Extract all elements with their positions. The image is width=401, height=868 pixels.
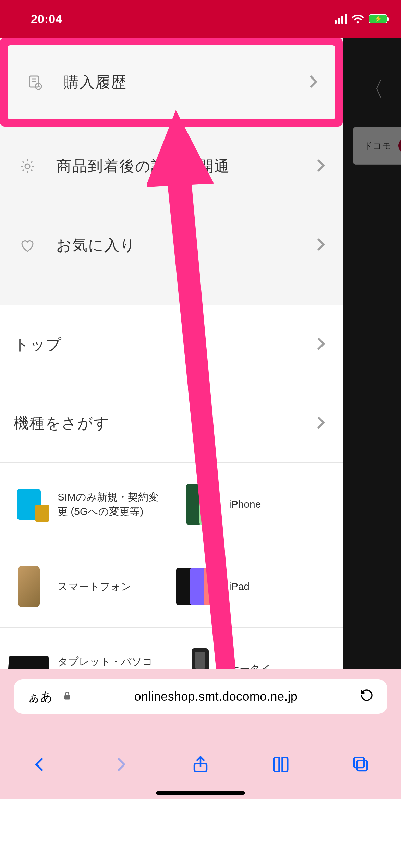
back-chevron-icon: 〈 [363, 75, 384, 103]
chevron-right-icon [313, 157, 329, 175]
reload-button[interactable] [360, 688, 374, 705]
menu-item-setup-after-delivery[interactable]: 商品到着後の設定・開通 [0, 127, 343, 206]
lock-icon [62, 689, 72, 704]
history-icon [21, 69, 49, 96]
category-ipad[interactable]: iPad [171, 545, 343, 627]
category-label: SIMのみ新規・契約変更 (5Gへの変更等) [58, 490, 163, 519]
smartphone-icon [8, 563, 49, 611]
status-bar: 20:04 ⚡ [0, 0, 401, 38]
status-time: 20:04 [31, 12, 62, 26]
chevron-right-icon [313, 336, 329, 353]
menu-item-search-device[interactable]: 機種をさがす [0, 384, 343, 463]
iphone-icon [180, 480, 221, 528]
aa-button[interactable]: ぁあ [27, 688, 53, 705]
chevron-right-icon [313, 236, 329, 254]
svg-rect-10 [354, 758, 364, 768]
menu-item-label: 商品到着後の設定・開通 [56, 156, 230, 177]
category-label: iPad [229, 579, 250, 594]
share-button[interactable] [191, 755, 210, 775]
forward-button[interactable] [111, 755, 130, 775]
bookmarks-button[interactable] [271, 755, 290, 775]
home-indicator[interactable] [156, 791, 245, 795]
svg-point-6 [25, 164, 30, 169]
menu-item-favorites[interactable]: お気に入り [0, 206, 343, 285]
svg-rect-9 [357, 761, 367, 771]
ipad-icon [180, 563, 221, 611]
sim-chip-icon [8, 480, 49, 528]
battery-icon: ⚡ [369, 14, 387, 23]
url-domain: onlineshop.smt.docomo.ne.jp [82, 689, 350, 704]
d-logo-icon: d [398, 138, 401, 154]
url-bar[interactable]: ぁあ onlineshop.smt.docomo.ne.jp [14, 679, 387, 714]
menu-item-label: お気に入り [56, 235, 136, 255]
tabs-button[interactable] [352, 755, 370, 775]
category-smartphone[interactable]: スマートフォン [0, 545, 171, 627]
back-button[interactable] [31, 755, 49, 775]
menu-item-purchase-history[interactable]: 購入履歴 [8, 45, 335, 119]
menu-item-top[interactable]: トップ [0, 305, 343, 384]
heart-icon [14, 231, 41, 259]
highlight-outline: 購入履歴 [0, 38, 343, 127]
chevron-right-icon [313, 414, 329, 432]
chevron-right-icon [305, 73, 321, 91]
menu-item-label: 購入履歴 [64, 72, 127, 93]
svg-rect-7 [64, 695, 70, 700]
docomo-account-card: ドコモ d [353, 127, 401, 165]
category-iphone[interactable]: iPhone [171, 463, 343, 545]
menu-item-label: 機種をさがす [14, 413, 110, 433]
wifi-icon [352, 14, 364, 24]
category-sim-only[interactable]: SIMのみ新規・契約変更 (5Gへの変更等) [0, 463, 171, 545]
svg-line-5 [38, 86, 40, 87]
category-label: iPhone [229, 497, 261, 511]
menu-item-label: トップ [14, 335, 62, 355]
cellular-icon [335, 14, 347, 24]
safari-chrome: ぁあ onlineshop.smt.docomo.ne.jp [0, 669, 401, 799]
gear-icon [14, 153, 41, 180]
docomo-label: ドコモ [364, 140, 391, 152]
category-label: スマートフォン [58, 579, 132, 594]
status-icons: ⚡ [335, 14, 387, 24]
safari-toolbar [0, 745, 401, 786]
